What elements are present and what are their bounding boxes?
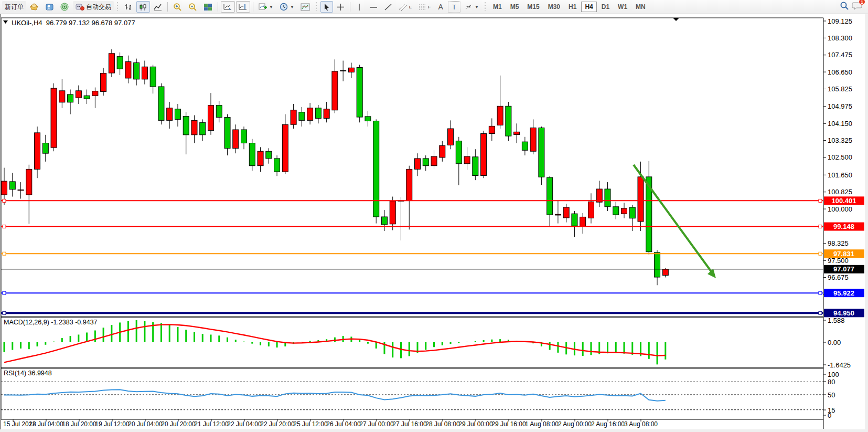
hline-handle[interactable] [3, 199, 6, 202]
time-axis-label: 28 Jul 08:00 [425, 420, 460, 428]
gold-nugget-icon [30, 3, 39, 11]
candle [497, 106, 503, 125]
hline-handle[interactable] [819, 291, 822, 294]
cursor-icon [323, 3, 330, 11]
time-axis-label: 27 Jul 16:00 [392, 420, 427, 428]
candle [365, 117, 371, 121]
candle [84, 96, 90, 99]
hline-handle[interactable] [819, 225, 822, 228]
tf-H4[interactable]: H4 [581, 2, 596, 12]
price-tick-label: 102.500 [828, 153, 852, 161]
fibo-letter: F [428, 5, 431, 9]
price-tick-label: 105.825 [828, 85, 852, 93]
search-icon[interactable] [840, 1, 849, 13]
hline-handle[interactable] [819, 252, 822, 255]
cursor-tool-button[interactable] [320, 1, 333, 13]
price-badge-label: 97.831 [833, 250, 854, 258]
tf-M30[interactable]: M30 [544, 2, 564, 12]
candle [638, 177, 644, 222]
tf-MN[interactable]: MN [632, 2, 649, 12]
hline-handle[interactable] [819, 311, 822, 314]
macd-pane[interactable] [1, 318, 823, 367]
candle [406, 169, 412, 201]
candle [142, 67, 147, 79]
metaeditor-button[interactable] [42, 1, 57, 13]
toolbar-separator [350, 2, 350, 12]
candle [35, 133, 40, 169]
fibo-tool-button[interactable]: F [415, 1, 433, 13]
arrow-shapes-icon [464, 3, 473, 11]
toolbar-separator [167, 2, 168, 12]
line-chart-icon [154, 3, 162, 11]
channel-tool-button[interactable]: E [396, 1, 414, 13]
autoscroll-icon [223, 3, 232, 11]
hline-handle[interactable] [3, 311, 6, 314]
zoom-out-button[interactable] [186, 1, 200, 13]
time-axis-label: 19 Jul 12:00 [95, 420, 130, 428]
window-left-edge [0, 14, 1, 432]
chart-candles-button[interactable] [136, 1, 150, 13]
main-pane[interactable] [1, 18, 823, 317]
autotrading-label: 自动交易 [86, 3, 111, 12]
chart-canvas[interactable]: 109.125108.300107.475106.650105.825104.9… [0, 0, 868, 432]
text-tool-button[interactable]: A [434, 1, 447, 13]
periods-button[interactable]: ▼ [277, 1, 297, 13]
crosshair-tool-button[interactable] [334, 1, 347, 13]
chart-line-button[interactable] [151, 1, 165, 13]
hline-handle[interactable] [3, 225, 6, 228]
tf-W1[interactable]: W1 [614, 2, 631, 12]
tf-M1[interactable]: M1 [489, 2, 506, 12]
templates-button[interactable] [298, 1, 313, 13]
candle [191, 120, 197, 134]
gold-icon[interactable] [27, 1, 41, 13]
bar-chart-icon [124, 3, 133, 11]
time-axis-label: 22 Jul 20:00 [260, 420, 295, 428]
candle [125, 62, 131, 78]
tf-M5[interactable]: M5 [507, 2, 523, 12]
time-axis-label: 2 Aug 16:00 [591, 420, 625, 428]
candle [629, 207, 635, 218]
new-order-button[interactable]: 新订单 [2, 1, 26, 13]
hline-handle[interactable] [819, 199, 822, 202]
toolbar-grip [116, 2, 119, 12]
equidistant-channel-icon [399, 3, 408, 11]
dropdown-caret-icon: ▼ [290, 5, 294, 9]
tile-windows-button[interactable] [201, 1, 215, 13]
price-tick-label: 100.000 [828, 205, 852, 213]
hline-handle[interactable] [3, 252, 6, 255]
autotrading-button[interactable]: 自动交易 [73, 1, 114, 13]
time-axis-label: 25 Jul 12:00 [293, 420, 328, 428]
signals-button[interactable] [58, 1, 72, 13]
tf-H1[interactable]: H1 [565, 2, 580, 12]
vline-tool-button[interactable] [353, 1, 366, 13]
candle [440, 145, 445, 157]
candle [456, 141, 462, 164]
candle [340, 70, 346, 71]
rsi-pane[interactable] [1, 368, 823, 419]
chart-bars-button[interactable] [122, 1, 135, 13]
candle [473, 157, 478, 176]
price-tick-label: 104.150 [828, 120, 852, 128]
new-chart-button[interactable]: ▼ [256, 1, 276, 13]
autoscroll-button[interactable] [221, 1, 235, 13]
candle [208, 106, 214, 131]
candle [448, 129, 454, 145]
candle [150, 67, 156, 87]
hline-handle[interactable] [3, 291, 6, 294]
candle [381, 217, 387, 225]
chart-shift-icon [239, 3, 248, 11]
zoom-in-button[interactable] [170, 1, 185, 13]
hline-tool-button[interactable] [367, 1, 380, 13]
tf-M15[interactable]: M15 [523, 2, 543, 12]
price-tick-label: 98.325 [828, 239, 849, 247]
tf-D1[interactable]: D1 [598, 2, 613, 12]
trendline-tool-button[interactable] [381, 1, 395, 13]
time-axis-label: 27 Jul 00:00 [359, 420, 394, 428]
candle [68, 94, 73, 102]
candle [291, 110, 296, 124]
arrows-tool-button[interactable]: ▼ [462, 1, 481, 13]
notifications-button[interactable]: 1 [852, 1, 863, 13]
chart-shift-button[interactable] [236, 1, 250, 13]
text-label-tool-button[interactable]: T [448, 1, 460, 13]
candle [348, 68, 354, 72]
